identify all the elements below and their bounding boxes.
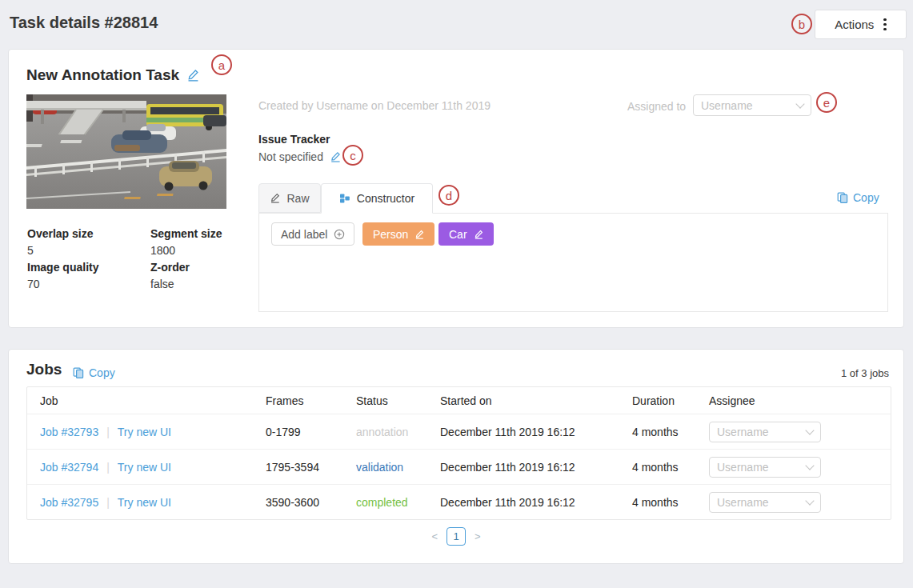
label-car-name: Car	[449, 228, 467, 241]
label-person-name: Person	[373, 228, 408, 241]
job-frames: 3590-3600	[266, 496, 356, 509]
job-link-separator: |	[106, 461, 110, 474]
pagination-next-button[interactable]: >	[475, 530, 481, 542]
job-link[interactable]: Job #32795	[40, 496, 98, 509]
jobs-count: 1 of 3 jobs	[841, 367, 889, 379]
col-duration: Duration	[632, 394, 709, 407]
task-preview-image	[26, 94, 226, 209]
annotation-e: e	[816, 92, 837, 113]
copy-jobs-label: Copy	[89, 366, 115, 379]
jobs-table: Job Frames Status Started on Duration As…	[26, 386, 891, 520]
try-new-ui-link[interactable]: Try new UI	[118, 461, 171, 474]
task-assignee-value: Username	[701, 99, 753, 112]
issue-tracker-value: Not specified	[258, 150, 323, 163]
image-quality-label: Image quality	[27, 261, 98, 274]
chevron-down-icon	[805, 461, 814, 470]
issue-tracker-label: Issue Tracker	[258, 133, 330, 146]
pagination-page-1[interactable]: 1	[446, 527, 466, 546]
add-label-button[interactable]: Add label	[271, 222, 354, 246]
try-new-ui-link[interactable]: Try new UI	[118, 426, 171, 438]
annotation-c: c	[342, 145, 363, 166]
jobs-card: Jobs Copy 1 of 3 jobs Job Frames Status …	[8, 349, 904, 564]
task-name: New Annotation Task	[26, 66, 179, 84]
col-status: Status	[356, 394, 440, 407]
add-label-button-label: Add label	[281, 228, 327, 241]
tab-raw[interactable]: Raw	[258, 183, 321, 213]
page-title: Task details #28814	[10, 14, 158, 32]
assigned-to-label: Assigned to	[627, 100, 686, 113]
segment-size-value: 1800	[150, 244, 175, 257]
build-blocks-icon	[339, 193, 350, 204]
z-order-value: false	[150, 278, 174, 290]
job-assignee-value: Username	[717, 426, 769, 438]
task-assignee-select[interactable]: Username	[693, 94, 811, 116]
job-frames: 1795-3594	[266, 461, 356, 474]
actions-button[interactable]: Actions	[815, 10, 907, 39]
annotation-a: a	[211, 54, 232, 75]
job-started-on: December 11th 2019 16:12	[440, 461, 632, 474]
col-assignee: Assignee	[709, 394, 891, 407]
label-tag-person[interactable]: Person	[362, 222, 434, 246]
chevron-down-icon	[795, 99, 804, 108]
edit-issue-tracker-icon[interactable]	[330, 151, 341, 162]
tab-constructor[interactable]: Constructor	[321, 183, 433, 214]
overlap-size-value: 5	[27, 244, 34, 257]
created-by-text: Created by Username on December 11th 201…	[258, 99, 491, 112]
edit-label-icon	[414, 230, 424, 239]
copy-labels-link[interactable]: Copy	[837, 191, 879, 204]
try-new-ui-link[interactable]: Try new UI	[118, 496, 171, 509]
z-order-label: Z-order	[150, 261, 190, 274]
image-quality-value: 70	[27, 278, 40, 290]
jobs-pagination: < 1 >	[9, 527, 903, 546]
job-status: completed	[356, 496, 440, 509]
job-assignee-select[interactable]: Username	[709, 422, 821, 442]
annotation-d: d	[438, 185, 459, 206]
copy-labels-label: Copy	[853, 191, 879, 204]
col-frames: Frames	[266, 394, 356, 407]
segment-size-label: Segment size	[150, 227, 222, 240]
job-link[interactable]: Job #32794	[40, 461, 98, 474]
pencil-icon	[270, 193, 280, 203]
tab-raw-label: Raw	[286, 192, 309, 205]
overlap-size-label: Overlap size	[27, 227, 94, 240]
job-started-on: December 11th 2019 16:12	[440, 496, 632, 509]
chevron-down-icon	[805, 426, 814, 434]
chevron-down-icon	[805, 496, 814, 505]
job-assignee-value: Username	[717, 461, 769, 474]
job-link-separator: |	[106, 496, 110, 509]
edit-label-icon	[474, 230, 483, 239]
job-row: Job #32794 | Try new UI 1795-3594 valida…	[27, 449, 891, 484]
copy-icon	[837, 192, 848, 203]
tab-constructor-label: Constructor	[357, 192, 414, 205]
plus-circle-icon	[334, 229, 345, 240]
job-assignee-value: Username	[717, 496, 769, 509]
col-started-on: Started on	[440, 394, 632, 407]
job-status: annotation	[356, 426, 440, 438]
copy-jobs-link[interactable]: Copy	[73, 366, 115, 379]
col-job: Job	[40, 394, 266, 407]
traffic-scene-illustration	[26, 94, 226, 209]
job-duration: 4 months	[632, 496, 709, 509]
jobs-table-header: Job Frames Status Started on Duration As…	[27, 387, 891, 414]
job-status: validation	[356, 461, 440, 474]
job-row: Job #32793 | Try new UI 0-1799 annotatio…	[27, 414, 891, 449]
job-started-on: December 11th 2019 16:12	[440, 426, 632, 438]
job-assignee-select[interactable]: Username	[709, 457, 821, 478]
copy-icon	[73, 367, 84, 378]
job-duration: 4 months	[632, 461, 709, 474]
job-link-separator: |	[106, 426, 110, 438]
job-link[interactable]: Job #32793	[40, 426, 98, 438]
jobs-title: Jobs	[26, 361, 62, 378]
job-assignee-select[interactable]: Username	[709, 492, 821, 513]
edit-task-name-icon[interactable]	[186, 69, 199, 82]
job-row: Job #32795 | Try new UI 3590-3600 comple…	[27, 484, 891, 519]
job-frames: 0-1799	[266, 426, 356, 438]
vertical-ellipsis-icon	[883, 18, 887, 31]
label-tag-car[interactable]: Car	[438, 222, 494, 246]
pagination-prev-button[interactable]: <	[431, 530, 438, 542]
job-duration: 4 months	[632, 426, 709, 438]
annotation-b: b	[791, 14, 812, 34]
actions-button-label: Actions	[835, 18, 874, 31]
